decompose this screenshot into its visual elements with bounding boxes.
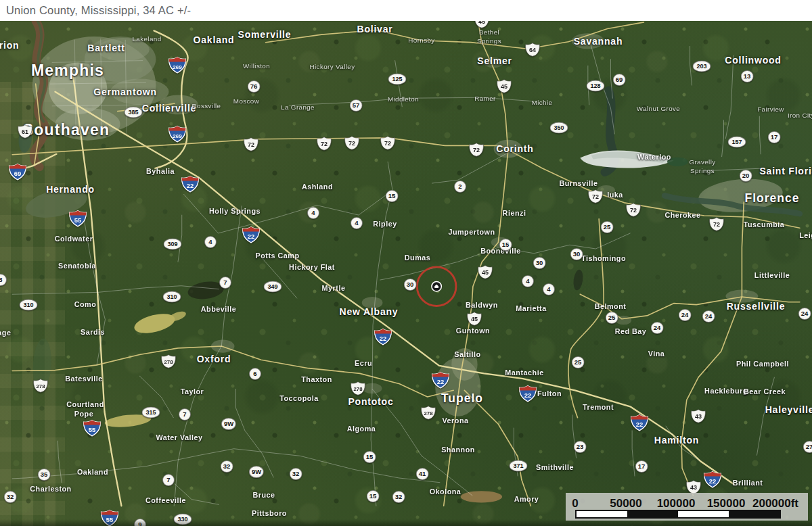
city-label: La Grange <box>281 103 315 112</box>
interstate-shield: 269 <box>168 56 187 74</box>
route-shield: 27 <box>803 441 812 453</box>
city-label: Hickory Flat <box>289 263 335 271</box>
city-label: Ramer <box>474 95 495 103</box>
city-label: Pope <box>74 410 93 418</box>
city-label: Littleville <box>754 271 790 279</box>
us-route-shield: 72 <box>468 142 484 157</box>
city-label: Water Valley <box>156 433 202 441</box>
us-route-shield: 61 <box>17 124 33 139</box>
us-route-shield: 43 <box>685 479 702 494</box>
city-label: Moscow <box>233 97 259 106</box>
us-route-shield: 72 <box>587 189 604 204</box>
us-route-shield: 278 <box>160 354 177 368</box>
us-route-shield: 45 <box>474 21 490 28</box>
city-label: Tuscumbia <box>744 220 785 229</box>
us-route-shield: 45 <box>477 264 493 279</box>
interstate-shield: 22 <box>432 371 450 389</box>
svg-text:55: 55 <box>89 426 96 433</box>
city-label: Okolona <box>430 487 461 496</box>
city-label: Marietta <box>516 304 546 312</box>
city-label: Courtland <box>66 400 104 408</box>
route-shield: 203 <box>693 61 711 72</box>
city-label: Leighton <box>799 231 812 239</box>
city-label: Hernando <box>46 184 95 195</box>
city-label: Ripley <box>373 220 397 228</box>
svg-text:45: 45 <box>471 316 478 322</box>
city-label: Sardis <box>81 328 105 336</box>
scale-bar-panel: 050000100000150000200000ft <box>566 493 808 521</box>
route-shield: 385 <box>125 107 143 118</box>
svg-text:278: 278 <box>353 386 363 392</box>
svg-text:45: 45 <box>478 21 485 25</box>
us-route-shield: 72 <box>380 135 396 150</box>
interstate-shield: 269 <box>168 125 187 143</box>
city-label: Batesville <box>65 375 102 383</box>
route-shield: 125 <box>388 74 407 85</box>
city-label: Williston <box>243 62 270 71</box>
route-shield: 310 <box>20 300 38 311</box>
city-label: Iron City <box>788 112 812 120</box>
route-shield: 25 <box>572 356 585 368</box>
us-route-shield: 72 <box>344 135 360 150</box>
route-shield: 57 <box>350 99 363 112</box>
route-shield: 24 <box>798 308 811 320</box>
city-label: Oxford <box>197 354 231 364</box>
city-label: Myrtle <box>322 284 346 292</box>
city-label: Florence <box>745 191 800 206</box>
city-label: Waterloo <box>637 153 671 161</box>
city-label: Vina <box>648 350 665 358</box>
city-label: Collinwood <box>725 55 781 66</box>
satellite-map[interactable]: MemphisSouthavenFlorenceTupeloMarionBart… <box>0 21 812 526</box>
city-label: Phil Campbell <box>736 360 789 368</box>
route-shield: 32 <box>392 491 405 503</box>
route-shield: 7 <box>162 474 175 486</box>
svg-text:72: 72 <box>630 207 637 214</box>
interstate-shield: 55 <box>101 509 119 526</box>
screenshot-root: Union County, Mississippi, 34 AC +/- Mem… <box>0 0 812 526</box>
city-label: Hornsby <box>408 37 434 45</box>
city-label: Russellville <box>727 301 786 312</box>
svg-text:22: 22 <box>636 421 644 428</box>
route-shield: 30 <box>404 279 417 291</box>
city-label: Ecru <box>355 359 372 367</box>
svg-text:72: 72 <box>248 141 254 148</box>
us-route-shield: 64 <box>524 42 541 57</box>
city-label: Fulton <box>537 389 562 398</box>
route-shield: 6 <box>249 368 261 380</box>
svg-text:45: 45 <box>501 83 508 90</box>
svg-text:269: 269 <box>173 64 182 70</box>
svg-text:22: 22 <box>524 391 532 399</box>
route-shield: 24 <box>702 310 715 322</box>
route-shield: 9W <box>221 418 236 430</box>
city-label: Saint Florian <box>759 166 812 176</box>
city-label: Saltillo <box>454 350 480 358</box>
scale-bar-segment <box>577 511 627 517</box>
city-label: Marion <box>0 40 19 51</box>
route-shield: 4 <box>351 217 363 229</box>
route-shield: 20 <box>740 170 752 182</box>
svg-text:22: 22 <box>380 335 387 342</box>
title-bar: Union County, Mississippi, 34 AC +/- <box>0 0 812 21</box>
interstate-shield: 69 <box>9 163 27 181</box>
route-shield: 25 <box>601 221 614 233</box>
city-label: Hamilton <box>654 435 699 446</box>
route-shield: 371 <box>510 460 528 472</box>
city-label: Haleyville <box>765 404 812 415</box>
city-label: Algoma <box>347 425 376 433</box>
city-label: Fairview <box>757 105 784 114</box>
scale-tick-label: 150000 <box>707 497 746 510</box>
city-label: Hickory Valley <box>310 63 355 72</box>
city-label: Toccopola <box>279 394 319 402</box>
city-label: Southaven <box>23 121 110 139</box>
city-label: Rienzi <box>503 209 526 217</box>
interstate-shield: 22 <box>704 471 722 488</box>
interstate-shield: 55 <box>83 419 102 437</box>
svg-text:22: 22 <box>437 378 445 385</box>
us-route-shield: 278 <box>350 381 366 396</box>
svg-text:55: 55 <box>106 516 114 523</box>
us-route-shield: 72 <box>625 202 641 217</box>
route-shield: 4 <box>543 283 555 295</box>
route-shield: 7 <box>179 408 191 421</box>
svg-text:43: 43 <box>695 413 702 420</box>
city-label: Bolivar <box>357 24 392 34</box>
